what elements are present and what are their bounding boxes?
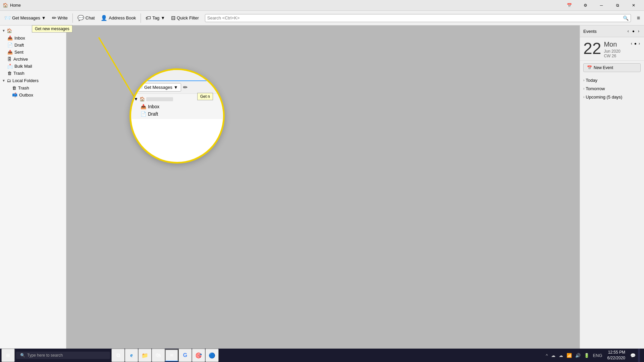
- sidebar-item-sent[interactable]: 📤 Sent: [0, 49, 66, 56]
- trash-icon: 🗑: [7, 71, 12, 76]
- taskbar: ⊞ 🔍 Type here to search ⧉ e 📁 🛍 ✉ G 🎯 🔵 …: [0, 349, 644, 362]
- taskbar-edge[interactable]: e: [125, 349, 138, 362]
- sidebar-item-trash[interactable]: 🗑 Trash: [0, 70, 66, 77]
- tag-dropdown-icon: ▼: [161, 15, 165, 20]
- sidebar-item-outbox[interactable]: 📫 Outbox: [0, 92, 66, 99]
- get-messages-button[interactable]: 📨 Get Messages ▼: [1, 13, 49, 22]
- tag-icon: 🏷: [146, 15, 151, 21]
- tray-cloud-2[interactable]: ☁: [558, 353, 564, 358]
- zoom-folder-draft[interactable]: 📄 Draft: [131, 110, 223, 118]
- trash-label: Trash: [13, 71, 24, 76]
- main-layout: ▼ 🏠 📥 Inbox 📄 Draft 📤 Sent 🗄 Archive 📩 B…: [0, 25, 644, 349]
- events-section-tomorrow[interactable]: › Tomorrow: [580, 84, 644, 93]
- sidebar-item-archive[interactable]: 🗄 Archive: [0, 56, 66, 63]
- hamburger-button[interactable]: ≡: [634, 14, 643, 22]
- calendar-today-btn[interactable]: ●: [634, 41, 637, 47]
- address-book-label: Address Book: [109, 15, 136, 20]
- taskbar-store[interactable]: 🛍: [152, 349, 165, 362]
- outbox-label: Outbox: [19, 93, 33, 98]
- calendar-btn[interactable]: 📅: [561, 0, 577, 11]
- chat-icon: 💬: [77, 15, 84, 21]
- zoom-draft-icon: 📄: [141, 111, 146, 117]
- tray-network[interactable]: 📶: [566, 353, 573, 358]
- local-trash-label: Trash: [18, 85, 29, 90]
- zoom-account-name-placeholder: [146, 97, 173, 101]
- zoom-draft-label: Draft: [148, 111, 158, 117]
- zoom-inner: 🏠 Home 📨 Get Messages ▼ ✏ Get n ▼ 🏠: [131, 70, 223, 162]
- zoom-chevron: ▼: [134, 97, 138, 102]
- events-section-list: › Today › Tomorrow › Upcoming (5 days): [580, 75, 644, 103]
- calendar-big-date: 22 Mon Jun 2020 CW 26 ‹ ● ›: [583, 41, 641, 58]
- tray-notification[interactable]: 💬: [629, 353, 637, 358]
- sidebar-item-draft[interactable]: 📄 Draft: [0, 42, 66, 49]
- taskbar-mail-app[interactable]: ✉: [165, 349, 178, 361]
- zoom-account-icon: 🏠: [140, 97, 145, 102]
- events-dot-btn[interactable]: ●: [631, 28, 636, 34]
- local-trash-icon: 🗑: [12, 85, 16, 90]
- upcoming-chevron: ›: [583, 95, 584, 99]
- events-section-upcoming[interactable]: › Upcoming (5 days): [580, 93, 644, 101]
- taskbar-task-view[interactable]: ⧉: [111, 349, 125, 362]
- chat-button[interactable]: 💬 Chat: [75, 13, 97, 22]
- window-title: Home: [10, 3, 561, 8]
- restore-btn[interactable]: ⧉: [610, 0, 625, 11]
- minimize-btn[interactable]: ─: [594, 0, 609, 11]
- zoom-folder-inbox[interactable]: 📥 Inbox: [131, 103, 223, 110]
- zoom-inbox-label: Inbox: [148, 104, 159, 109]
- tray-battery[interactable]: 🔋: [583, 353, 590, 358]
- taskbar-search[interactable]: 🔍 Type here to search: [16, 352, 110, 359]
- zoom-get-messages-button[interactable]: 📨 Get Messages ▼: [135, 83, 181, 92]
- outbox-icon: 📫: [12, 93, 17, 98]
- events-panel: Events ‹ ● › 22 Mon Jun 2020 CW 26: [580, 25, 644, 349]
- tray-cloud[interactable]: ☁: [550, 353, 556, 358]
- calendar-next-btn[interactable]: ›: [638, 41, 641, 47]
- write-button[interactable]: ✏ Write: [49, 13, 70, 22]
- tomorrow-chevron: ›: [583, 87, 584, 90]
- address-book-icon: 👤: [101, 15, 107, 21]
- get-messages-tooltip: Get new messages: [32, 25, 72, 33]
- taskbar-app-1[interactable]: 🎯: [192, 349, 205, 362]
- taskbar-tray: ^ ☁ ☁ 📶 🔊 🔋 ENG 12:55 PM 6/22/2020 💬: [542, 349, 643, 362]
- taskbar-explorer[interactable]: 📁: [138, 349, 152, 362]
- tag-button[interactable]: 🏷 Tag ▼: [143, 14, 168, 22]
- local-folders-header[interactable]: ▼ 🗂 Local Folders: [0, 77, 66, 84]
- quick-filter-icon: ⊟: [171, 15, 175, 21]
- main-content: 🏠 Home 📨 Get Messages ▼ ✏ Get n ▼ 🏠: [66, 25, 580, 349]
- search-bar[interactable]: 🔍: [205, 14, 631, 22]
- write-icon: ✏: [52, 15, 56, 21]
- close-btn[interactable]: ✕: [626, 0, 641, 11]
- taskbar-chrome[interactable]: G: [178, 349, 192, 362]
- tray-clock[interactable]: 12:55 PM 6/22/2020: [605, 350, 628, 361]
- events-prev-btn[interactable]: ‹: [626, 28, 630, 34]
- search-icon[interactable]: 🔍: [623, 15, 629, 21]
- sidebar-item-local-trash[interactable]: 🗑 Trash: [0, 84, 66, 92]
- account-icon: 🏠: [7, 28, 12, 33]
- calendar-day-number: 22: [583, 41, 601, 57]
- tray-volume[interactable]: 🔊: [574, 353, 582, 358]
- taskbar-search-text: Type here to search: [27, 353, 63, 358]
- start-button[interactable]: ⊞: [1, 349, 15, 362]
- taskbar-app-2[interactable]: 🔵: [205, 349, 219, 362]
- draft-label: Draft: [14, 43, 24, 48]
- calendar-month-year: Jun 2020 CW 26: [604, 49, 627, 58]
- events-next-btn[interactable]: ›: [637, 28, 641, 34]
- sidebar-item-inbox[interactable]: 📥 Inbox: [0, 35, 66, 42]
- get-messages-dropdown-icon[interactable]: ▼: [42, 15, 46, 20]
- events-nav: ‹ ● ›: [626, 28, 641, 34]
- sidebar-item-bulk-mail[interactable]: 📩 Bulk Mail: [0, 63, 66, 70]
- bulk-mail-icon: 📩: [7, 64, 13, 69]
- new-event-button[interactable]: 📅 New Event: [583, 63, 641, 72]
- toolbar-separator-2: [141, 13, 141, 23]
- search-input[interactable]: [207, 15, 623, 20]
- tray-up-arrow[interactable]: ^: [545, 353, 549, 358]
- address-book-button[interactable]: 👤 Address Book: [98, 13, 139, 22]
- today-label: Today: [586, 78, 597, 83]
- inbox-label: Inbox: [14, 36, 25, 41]
- tray-lang[interactable]: ENG: [592, 353, 603, 358]
- calendar-prev-btn[interactable]: ‹: [630, 41, 633, 47]
- quick-filter-button[interactable]: ⊟ Quick Filter: [168, 13, 202, 22]
- show-desktop-button[interactable]: [638, 349, 640, 362]
- settings-btn[interactable]: ⚙: [578, 0, 593, 11]
- events-section-today[interactable]: › Today: [580, 76, 644, 84]
- tomorrow-label: Tomorrow: [586, 86, 605, 91]
